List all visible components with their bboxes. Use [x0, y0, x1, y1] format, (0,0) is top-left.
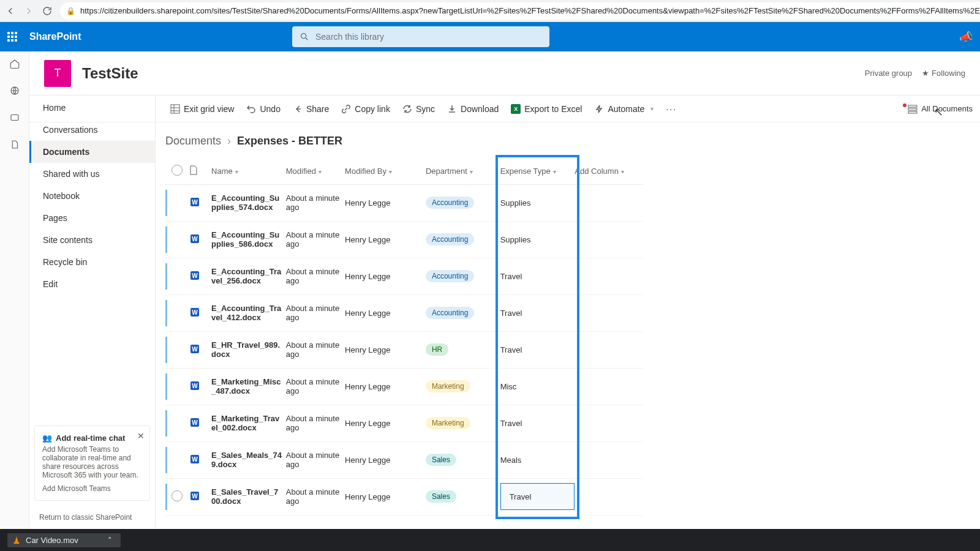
table-row[interactable]: W E_Sales_Travel_700.docx About a minute…	[165, 478, 643, 515]
sync-button[interactable]: Sync	[402, 104, 435, 114]
department-pill[interactable]: Sales	[426, 490, 456, 503]
copy-link-button[interactable]: Copy link	[341, 104, 390, 114]
modified-by-value[interactable]: Henry Legge	[345, 331, 426, 368]
view-switcher[interactable]: All Documents ↖	[900, 104, 973, 114]
modified-by-value[interactable]: Henry Legge	[345, 368, 426, 405]
table-row[interactable]: W E_Accounting_Travel_256.docx About a m…	[165, 258, 643, 294]
col-name[interactable]: Name▾	[211, 159, 286, 184]
table-row[interactable]: W E_Marketing_Travel_002.docx About a mi…	[165, 405, 643, 441]
file-name[interactable]: E_Sales_Meals_749.docx	[211, 441, 286, 478]
undo-button[interactable]: Undo	[246, 104, 280, 114]
department-pill[interactable]: Marketing	[426, 380, 470, 392]
chevron-up-icon[interactable]: ˄	[108, 536, 112, 545]
expense-type-value[interactable]: Meals	[500, 441, 575, 478]
nav-item[interactable]: Shared with us	[29, 163, 155, 185]
modified-by-value[interactable]: Henry Legge	[345, 478, 426, 515]
table-row[interactable]: W E_Accounting_Travel_412.docx About a m…	[165, 294, 643, 331]
excel-icon: X	[511, 104, 521, 114]
file-name[interactable]: E_Marketing_Travel_002.docx	[211, 405, 286, 441]
select-all[interactable]	[165, 159, 189, 184]
expense-type-value[interactable]: Travel	[500, 258, 575, 294]
export-excel-button[interactable]: XExport to Excel	[511, 104, 582, 114]
expense-type-value[interactable]: Travel	[500, 478, 575, 515]
modified-by-value[interactable]: Henry Legge	[345, 405, 426, 441]
table-row[interactable]: W E_Accounting_Supplies_574.docx About a…	[165, 184, 643, 221]
department-pill[interactable]: Marketing	[426, 417, 470, 429]
table-row[interactable]: W E_Sales_Meals_749.docx About a minute …	[165, 441, 643, 478]
col-modified[interactable]: Modified▾	[286, 159, 345, 184]
expense-type-value[interactable]: Travel	[500, 294, 575, 331]
expense-type-value[interactable]: Supplies	[500, 184, 575, 221]
exit-grid-button[interactable]: Exit grid view	[170, 104, 234, 114]
modified-by-value[interactable]: Henry Legge	[345, 294, 426, 331]
teams-icon: 👥	[42, 433, 52, 443]
files-icon[interactable]	[9, 138, 21, 151]
app-launcher-icon[interactable]	[7, 32, 17, 42]
more-button[interactable]: ···	[666, 104, 677, 114]
news-icon[interactable]	[9, 111, 21, 124]
col-modified-by[interactable]: Modified By▾	[345, 159, 426, 184]
svg-point-0	[301, 34, 306, 39]
classic-link[interactable]: Return to classic SharePoint	[39, 513, 132, 522]
taskbar-item[interactable]: Car Video.mov ˄	[7, 533, 121, 547]
department-pill[interactable]: Sales	[426, 454, 456, 466]
file-name[interactable]: E_Accounting_Supplies_574.docx	[211, 184, 286, 221]
megaphone-icon[interactable]: 📣	[959, 30, 973, 43]
nav-item[interactable]: Recycle bin	[29, 251, 155, 273]
nav-item[interactable]: Pages	[29, 207, 155, 229]
home-icon[interactable]	[9, 58, 21, 70]
globe-icon[interactable]	[9, 84, 21, 97]
file-name[interactable]: E_Accounting_Travel_256.docx	[211, 258, 286, 294]
cell-editing[interactable]: Travel	[500, 483, 575, 510]
search-box[interactable]	[292, 26, 549, 47]
add-teams-link[interactable]: Add Microsoft Teams	[42, 484, 142, 493]
svg-text:W: W	[192, 236, 198, 242]
add-column[interactable]: Add Column▾	[575, 159, 643, 184]
table-row[interactable]: W E_Accounting_Supplies_586.docx About a…	[165, 221, 643, 258]
main-content: Documents › Expenses - BETTER Name▾ Modi…	[156, 122, 980, 529]
nav-item[interactable]: Site contents	[29, 229, 155, 251]
reload-button[interactable]	[42, 5, 53, 17]
share-button[interactable]: Share	[293, 104, 329, 114]
nav-item[interactable]: Notebook	[29, 185, 155, 207]
modified-by-value[interactable]: Henry Legge	[345, 441, 426, 478]
address-bar[interactable]: 🔒 https://citizenbuilders.sharepoint.com…	[60, 2, 980, 20]
department-pill[interactable]: HR	[426, 343, 448, 356]
nav-item[interactable]: Documents	[29, 141, 155, 163]
nav-item[interactable]: Edit	[29, 273, 155, 295]
file-name[interactable]: E_Accounting_Supplies_586.docx	[211, 221, 286, 258]
breadcrumb-root[interactable]: Documents	[165, 135, 221, 148]
close-icon[interactable]: ✕	[137, 431, 145, 441]
file-name[interactable]: E_Marketing_Misc_487.docx	[211, 368, 286, 405]
department-pill[interactable]: Accounting	[426, 233, 474, 246]
table-row[interactable]: W E_Marketing_Misc_487.docx About a minu…	[165, 368, 643, 405]
col-expense-type[interactable]: Expense Type▾	[500, 159, 575, 184]
site-nav: HomeConversationsDocumentsShared with us…	[29, 96, 156, 529]
brand-label[interactable]: SharePoint	[29, 31, 81, 42]
download-button[interactable]: Download	[447, 104, 499, 114]
modified-by-value[interactable]: Henry Legge	[345, 184, 426, 221]
file-name[interactable]: E_HR_Travel_989.docx	[211, 331, 286, 368]
back-button[interactable]	[5, 5, 16, 17]
department-pill[interactable]: Accounting	[426, 307, 474, 319]
expense-type-value[interactable]: Travel	[500, 405, 575, 441]
row-selector[interactable]	[172, 490, 183, 501]
expense-type-value[interactable]: Travel	[500, 331, 575, 368]
automate-button[interactable]: Automate▾	[594, 104, 654, 114]
department-pill[interactable]: Accounting	[426, 270, 474, 282]
forward-button[interactable]	[23, 5, 34, 17]
modified-by-value[interactable]: Henry Legge	[345, 221, 426, 258]
department-pill[interactable]: Accounting	[426, 197, 474, 209]
table-row[interactable]: W E_HR_Travel_989.docx About a minute ag…	[165, 331, 643, 368]
file-name[interactable]: E_Accounting_Travel_412.docx	[211, 294, 286, 331]
follow-button[interactable]: ★Following	[922, 69, 965, 78]
type-icon-header[interactable]	[189, 159, 212, 184]
expense-type-value[interactable]: Misc	[500, 368, 575, 405]
col-department[interactable]: Department▾	[426, 159, 500, 184]
expense-type-value[interactable]: Supplies	[500, 221, 575, 258]
file-name[interactable]: E_Sales_Travel_700.docx	[211, 478, 286, 515]
search-input[interactable]	[315, 32, 542, 42]
modified-by-value[interactable]: Henry Legge	[345, 258, 426, 294]
site-title[interactable]: TestSite	[82, 65, 138, 82]
site-logo[interactable]: T	[44, 60, 71, 87]
